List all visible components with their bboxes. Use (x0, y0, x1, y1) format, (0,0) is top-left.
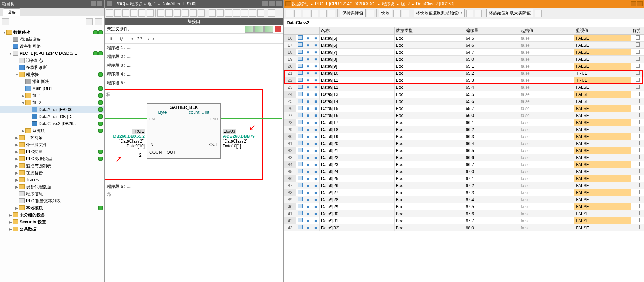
toolbar-icon[interactable] (130, 9, 137, 17)
network-title[interactable]: 程序段 4 : (107, 72, 125, 77)
network-list[interactable]: 程序段 1 : .... 程序段 2 : .... 程序段 3 : .... 程… (105, 44, 283, 282)
table-row[interactable]: 40■■Data9[29]Bool67.5falseFALSE (284, 203, 644, 210)
table-row[interactable]: 34■■Data9[23]Bool66.7falseFALSE (284, 161, 644, 168)
table-row[interactable]: 24■■Data9[13]Bool65.5falseFALSE (284, 91, 644, 98)
tree-item[interactable]: ▶工艺对象 (0, 134, 104, 141)
tree-tool-grid-icon[interactable] (86, 18, 93, 25)
tree-item[interactable]: ▼PLC_1 [CPU 1214C DC/DC/... (0, 50, 104, 57)
interface-bar[interactable]: 块接口 (105, 18, 283, 25)
gather-blk-instruction[interactable]: GATHER_BLK Byte count: UInt EN ENO IN OU… (147, 103, 221, 159)
table-row[interactable]: 35■■Data9[24]Bool67.0falseFALSE (284, 168, 644, 175)
load-start-button[interactable]: 将起始值加载为实际值 (486, 9, 533, 17)
toolbar-icon[interactable] (233, 9, 240, 17)
tab-devices[interactable]: 设备 (3, 8, 20, 16)
toolbar-icon[interactable] (402, 10, 409, 17)
tree-item[interactable]: ▶在线备份 (0, 169, 104, 176)
table-row[interactable]: 17■■Data9[6]Bool64.6falseFALSE (284, 42, 644, 49)
copy-snapshot-button[interactable]: 将快照值复制到起始值中 (414, 9, 465, 17)
table-row[interactable]: 25■■Data9[14]Bool65.6falseFALSE (284, 98, 644, 105)
panel-collapse-icon[interactable] (97, 1, 102, 6)
toolbar-icon[interactable] (174, 9, 181, 17)
toolbar-icon[interactable] (241, 9, 248, 17)
tree-item[interactable]: DataAther_DB [D... (0, 113, 104, 120)
tree-item[interactable]: 设备和网络 (0, 43, 104, 50)
table-row[interactable]: 29■■Data9[18]Bool66.2falseFALSE (284, 126, 644, 133)
tree-tool-list-icon[interactable] (95, 18, 102, 25)
table-row[interactable]: 21■■Data9[10]Bool65.2falseTRUE (284, 70, 644, 77)
col-name[interactable]: 名称 (320, 27, 395, 35)
table-row[interactable]: 38■■Data9[27]Bool67.3falseFALSE (284, 189, 644, 196)
tree-item[interactable]: ▶系统块 (0, 127, 104, 134)
col-start[interactable]: 起始值 (519, 27, 574, 35)
ladder-coil-icon[interactable]: ⊸ (130, 36, 133, 41)
toolbar-icon[interactable] (320, 10, 327, 17)
table-row[interactable]: 30■■Data9[19]Bool66.3falseFALSE (284, 133, 644, 140)
table-row[interactable]: 16■■Data9[5]Bool64.5falseFALSE (284, 35, 644, 42)
tree-item[interactable]: ▶监控与强制表 (0, 162, 104, 169)
maximize-icon[interactable] (637, 1, 643, 6)
table-row[interactable]: 28■■Data9[17]Bool66.1falseFALSE (284, 119, 644, 126)
table-row[interactable]: 43■■Data9[32]Bool68.0falseFALSE (284, 224, 644, 231)
toolbar-icon[interactable] (217, 9, 224, 17)
minimize-icon[interactable] (262, 1, 268, 6)
tree-item[interactable]: PLC 报警文本列表 (0, 197, 104, 204)
network-title[interactable]: 程序段 5 : (107, 80, 125, 85)
tree-item[interactable]: 程序信息 (0, 190, 104, 197)
table-row[interactable]: 22■■Data9[11]Bool65.3falseTRUE (284, 77, 644, 84)
close-icon[interactable] (276, 1, 282, 6)
toolbar-icon[interactable] (311, 10, 318, 17)
network-title[interactable]: 程序段 3 : (107, 63, 125, 68)
col-monitor[interactable]: 监视值 (574, 27, 631, 35)
data-grid[interactable]: 名称 数据类型 偏移量 起始值 监视值 保持 16■■Data9[5]Bool6… (284, 27, 644, 282)
project-tree[interactable]: ▼数据移动添加新设备设备和网络▼PLC_1 [CPU 1214C DC/DC/.… (0, 27, 104, 282)
toolbar-icon[interactable] (367, 10, 374, 17)
table-row[interactable]: 19■■Data9[8]Bool65.0falseFALSE (284, 56, 644, 63)
toolbar-icon[interactable] (198, 9, 205, 17)
table-row[interactable]: 32■■Data9[21]Bool66.5falseFALSE (284, 147, 644, 154)
toolbar-icon[interactable] (182, 9, 189, 17)
tree-tool-icon[interactable] (2, 18, 9, 25)
toolbar-icon[interactable] (328, 10, 335, 17)
tree-item[interactable]: Main [OB1] (0, 85, 104, 92)
toolbar-icon[interactable] (294, 10, 301, 17)
toolbar-icon[interactable] (138, 9, 145, 17)
col-keep[interactable]: 保持 (631, 27, 644, 35)
table-row[interactable]: 37■■Data9[26]Bool67.2falseFALSE (284, 182, 644, 189)
tree-item[interactable]: ▶PLC 数据类型 (0, 155, 104, 162)
nav-back-icon[interactable] (107, 1, 112, 6)
tree-item[interactable]: ▶Security 设置 (0, 218, 104, 225)
toolbar-icon[interactable] (466, 10, 473, 17)
tree-item[interactable]: 在线和诊断 (0, 64, 104, 71)
tree-item[interactable]: ▼数据移动 (0, 29, 104, 36)
table-row[interactable]: 39■■Data9[28]Bool67.4falseFALSE (284, 196, 644, 203)
tree-item[interactable]: ▶PLC变量 (0, 148, 104, 155)
toolbar-icon[interactable] (190, 9, 197, 17)
ladder-ncontact-icon[interactable]: ⊣/⊢ (118, 36, 126, 41)
network-title[interactable]: 程序段 2 : (107, 54, 125, 59)
tree-item[interactable]: ▼组_2 (0, 99, 104, 106)
nav-back-icon[interactable] (285, 1, 291, 6)
panel-menu-icon[interactable] (91, 1, 96, 6)
toolbar-icon[interactable] (122, 9, 129, 17)
tree-item[interactable]: 添加新设备 (0, 36, 104, 43)
toolbar-icon[interactable] (209, 9, 216, 17)
tree-item[interactable]: ▶本地模块 (0, 204, 104, 211)
tree-item[interactable]: ▶设备代理数据 (0, 183, 104, 190)
table-row[interactable]: 23■■Data9[12]Bool65.4falseFALSE (284, 84, 644, 91)
toolbar-icon[interactable] (114, 9, 121, 17)
table-row[interactable]: 31■■Data9[20]Bool66.4falseFALSE (284, 140, 644, 147)
toolbar-icon[interactable] (268, 9, 275, 17)
tree-item[interactable]: DataClass2 [DB26.. (0, 120, 104, 127)
tree-item[interactable]: ▶未分组的设备 (0, 211, 104, 218)
table-row[interactable]: 27■■Data9[16]Bool66.0falseFALSE (284, 112, 644, 119)
tree-item[interactable]: ▶外部源文件 (0, 141, 104, 148)
network-title[interactable]: 程序段 1 : (107, 45, 125, 50)
toolbar-icon[interactable] (225, 9, 232, 17)
toolbar-icon[interactable] (147, 9, 154, 17)
toolbar-icon[interactable] (303, 10, 310, 17)
toolbar-icon[interactable] (393, 10, 401, 17)
ladder-close-icon[interactable]: ↩ (152, 36, 155, 41)
tree-item[interactable]: ▶Traces (0, 176, 104, 183)
maximize-icon[interactable] (269, 1, 275, 6)
ladder-branch-icon[interactable]: → (146, 36, 149, 41)
